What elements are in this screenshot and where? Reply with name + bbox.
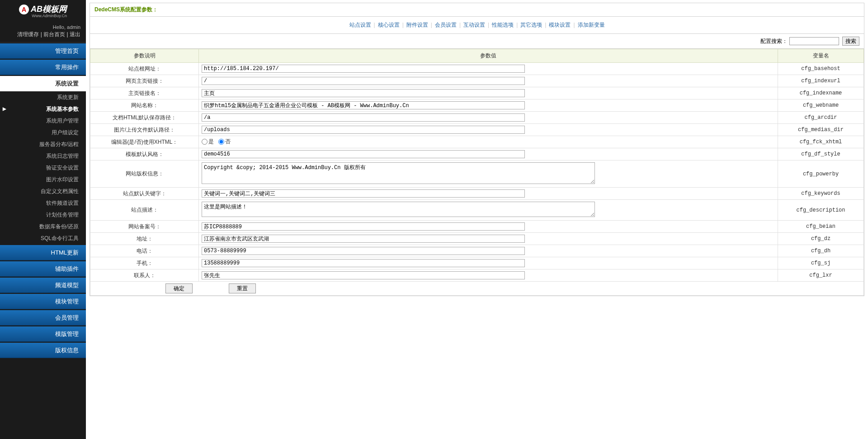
config-tabs: 站点设置|核心设置|附件设置|会员设置|互动设置|性能选项|其它选项|模块设置|… — [90, 17, 864, 34]
table-row: 联系人：cfg_lxr — [90, 269, 864, 282]
param-label: 网站版权信息： — [90, 160, 199, 188]
panel-title: DedeCMS系统配置参数： — [90, 3, 864, 17]
param-value-cell — [199, 160, 778, 188]
tab-6[interactable]: 其它选项 — [520, 22, 542, 28]
frontend-link[interactable]: 前台首页 — [43, 31, 65, 38]
param-varname: cfg_indexurl — [778, 75, 864, 87]
logout-link[interactable]: 退出 — [70, 31, 80, 38]
param-varname: cfg_indexname — [778, 87, 864, 99]
param-value-cell — [199, 269, 778, 282]
param-input-cfg_indexname[interactable] — [202, 89, 525, 97]
param-varname: cfg_powerby — [778, 160, 864, 188]
chevron-right-icon: ▶ — [3, 103, 6, 115]
param-label: 站点描述： — [90, 200, 199, 221]
param-input-cfg_webname[interactable] — [202, 101, 525, 109]
nav-system-settings[interactable]: 系统设置 — [0, 76, 86, 91]
tab-7[interactable]: 模块设置 — [549, 22, 571, 28]
param-label: 联系人： — [90, 269, 199, 282]
param-input-cfg_medias_dir[interactable] — [202, 126, 525, 134]
col-label: 参数说明 — [90, 49, 199, 63]
sub-item-4[interactable]: ▶服务器分布/远程 — [0, 138, 86, 150]
table-row: 主页链接名：cfg_indexname — [90, 87, 864, 99]
tab-2[interactable]: 附件设置 — [406, 22, 428, 28]
param-input-cfg_sj[interactable] — [202, 259, 525, 267]
table-row: 网站版权信息：cfg_powerby — [90, 160, 864, 188]
params-table: 参数说明 参数值 变量名 站点根网址：cfg_basehost网页主页链接：cf… — [90, 49, 864, 296]
radio-input[interactable] — [202, 139, 208, 145]
param-label: 网页主页链接： — [90, 75, 199, 87]
nav-item-1[interactable]: 常用操作 — [0, 60, 86, 75]
tab-1[interactable]: 核心设置 — [378, 22, 400, 28]
param-varname: cfg_lxr — [778, 269, 864, 282]
table-row: 站点默认关键字：cfg_keywords — [90, 188, 864, 200]
param-input-cfg_arcdir[interactable] — [202, 113, 525, 122]
radio-option[interactable]: 否 — [218, 138, 231, 146]
main-content: DedeCMS系统配置参数： 站点设置|核心设置|附件设置|会员设置|互动设置|… — [86, 0, 868, 439]
nav-bottom-4[interactable]: 会员管理 — [0, 310, 86, 326]
button-row: 确定重置 — [90, 282, 864, 296]
table-row: 网页主页链接：cfg_indexurl — [90, 75, 864, 87]
param-varname: cfg_fck_xhtml — [778, 136, 864, 148]
tab-4[interactable]: 互动设置 — [463, 22, 485, 28]
param-input-cfg_lxr[interactable] — [202, 271, 525, 279]
param-varname: cfg_beian — [778, 221, 864, 233]
sub-item-10[interactable]: ▶计划任务管理 — [0, 209, 86, 221]
param-textarea-cfg_powerby[interactable] — [202, 162, 595, 184]
param-input-cfg_df_style[interactable] — [202, 150, 525, 158]
radio-option[interactable]: 是 — [202, 138, 214, 146]
ok-button[interactable]: 确定 — [165, 283, 193, 293]
param-label: 电话： — [90, 245, 199, 257]
nav-item-0[interactable]: 管理首页 — [0, 43, 86, 59]
sub-item-9[interactable]: ▶软件频道设置 — [0, 197, 86, 209]
param-input-cfg_indexurl[interactable] — [202, 77, 525, 85]
sub-item-12[interactable]: ▶SQL命令行工具 — [0, 232, 86, 244]
param-value-cell — [199, 63, 778, 75]
sub-item-5[interactable]: ▶系统日志管理 — [0, 150, 86, 162]
nav-bottom-2[interactable]: 频道模型 — [0, 278, 86, 293]
logo-text: AB模板网 — [31, 5, 67, 14]
table-row: 站点根网址：cfg_basehost — [90, 63, 864, 75]
search-label: 配置搜索： — [760, 38, 788, 44]
sub-item-0[interactable]: ▶系统更新 — [0, 91, 86, 103]
sub-item-1[interactable]: ▶系统基本参数 — [0, 103, 86, 115]
sub-item-7[interactable]: ▶图片水印设置 — [0, 174, 86, 185]
param-value-cell: 是 否 — [199, 136, 778, 148]
param-input-cfg_keywords[interactable] — [202, 189, 525, 198]
reset-button[interactable]: 重置 — [229, 283, 256, 293]
param-input-cfg_dz[interactable] — [202, 235, 525, 243]
tab-5[interactable]: 性能选项 — [492, 22, 514, 28]
param-input-cfg_beian[interactable] — [202, 222, 525, 231]
sub-item-8[interactable]: ▶自定义文档属性 — [0, 185, 86, 197]
param-label: 站点默认关键字： — [90, 188, 199, 200]
param-value-cell — [199, 257, 778, 269]
sub-item-11[interactable]: ▶数据库备份/还原 — [0, 221, 86, 232]
search-button[interactable]: 搜索 — [842, 37, 859, 46]
nav-bottom-5[interactable]: 模版管理 — [0, 326, 86, 342]
tab-0[interactable]: 站点设置 — [349, 22, 371, 28]
param-value-cell — [199, 87, 778, 99]
param-input-cfg_basehost[interactable] — [202, 65, 525, 73]
sub-item-2[interactable]: ▶系统用户管理 — [0, 115, 86, 127]
clear-cache-link[interactable]: 清理缓存 — [17, 31, 39, 38]
param-input-cfg_dh[interactable] — [202, 247, 525, 255]
sub-item-6[interactable]: ▶验证安全设置 — [0, 162, 86, 174]
nav-bottom-6[interactable]: 版权信息 — [0, 343, 86, 358]
nav-bottom-0[interactable]: HTML更新 — [0, 245, 86, 260]
nav-bottom-3[interactable]: 模块管理 — [0, 294, 86, 309]
param-value-cell — [199, 124, 778, 136]
param-varname: cfg_arcdir — [778, 112, 864, 124]
param-varname: cfg_dh — [778, 245, 864, 257]
sub-item-3[interactable]: ▶用户组设定 — [0, 127, 86, 138]
param-textarea-cfg_description[interactable] — [202, 202, 595, 217]
param-varname: cfg_dz — [778, 233, 864, 245]
radio-input[interactable] — [218, 139, 224, 145]
param-varname: cfg_keywords — [778, 188, 864, 200]
nav-bottom-1[interactable]: 辅助插件 — [0, 261, 86, 277]
tab-8[interactable]: 添加新变量 — [578, 22, 605, 28]
param-value-cell — [199, 99, 778, 112]
param-varname: cfg_sj — [778, 257, 864, 269]
config-search-input[interactable] — [789, 37, 839, 45]
tab-3[interactable]: 会员设置 — [435, 22, 457, 28]
col-value: 参数值 — [199, 49, 778, 63]
param-varname: cfg_basehost — [778, 63, 864, 75]
